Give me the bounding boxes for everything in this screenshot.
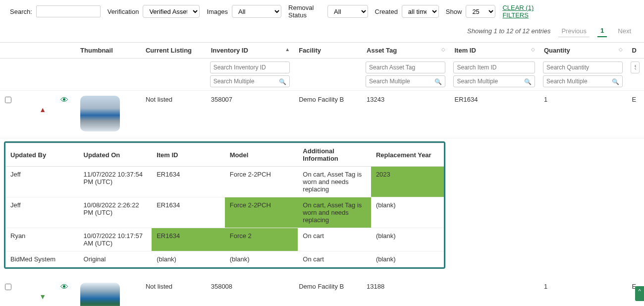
search-row: Search Multiple🔍 Search Multiple🔍 Search… (0, 59, 644, 91)
cell-overflow: E (627, 91, 644, 138)
nested-col-item-id: Item ID (152, 143, 225, 167)
row-checkbox[interactable] (5, 284, 11, 290)
cell-facility: Demo Facility B (294, 278, 362, 306)
nested-col-model: Model (225, 143, 298, 167)
eye-icon[interactable]: 👁 (60, 283, 68, 291)
filter-bar: Search: Verification Verified Assets Ima… (0, 0, 644, 22)
clear-filters-link[interactable]: CLEAR (1) FILTERS (502, 4, 550, 19)
cell-asset-tag: 13243 (362, 91, 449, 138)
col-thumbnail[interactable]: Thumbnail (75, 43, 141, 59)
col-quantity-label: Quantity (544, 47, 570, 54)
pager-next[interactable]: Next (615, 25, 634, 37)
verification-select[interactable]: Verified Assets (143, 5, 200, 18)
history-cell-updated-on: Original (79, 251, 152, 267)
search-item-id-input[interactable] (453, 61, 535, 73)
col-eye (55, 43, 76, 59)
images-select[interactable]: All (232, 5, 281, 18)
nested-col-additional: Additional Information (298, 143, 371, 167)
placeholder-text: Search Multiple (546, 78, 588, 85)
scroll-top-button[interactable]: ^ (635, 286, 644, 301)
cell-inventory-id: 358008 (206, 278, 294, 306)
created-group: Created all time (375, 5, 439, 18)
history-row: BidMed SystemOriginal(blank)(blank)On ca… (5, 251, 444, 267)
history-cell-replacement-year: (blank) (371, 197, 444, 228)
history-cell-model: Force 2 (225, 228, 298, 251)
history-cell-updated-on: 10/07/2022 10:17:57 AM (UTC) (79, 228, 152, 251)
search-input[interactable] (36, 5, 101, 17)
history-cell-additional: On cart, Asset Tag is worn and needs rep… (298, 197, 371, 228)
col-overflow: D (627, 43, 644, 59)
history-cell-updated-by: BidMed System (5, 251, 79, 267)
search-overflow-input[interactable] (631, 61, 640, 73)
col-asset-tag-label: Asset Tag (367, 47, 397, 54)
col-facility[interactable]: Facility (294, 43, 362, 59)
show-group: Show 25 (446, 5, 496, 18)
nested-col-replacement-year: Replacement Year (371, 143, 444, 167)
search-quantity-multiple[interactable]: Search Multiple🔍 (543, 75, 623, 87)
search-icon: 🔍 (434, 78, 442, 85)
col-quantity[interactable]: Quantity◇ (539, 43, 627, 59)
removal-select[interactable]: All (327, 5, 368, 18)
history-cell-item-id: ER1634 (152, 228, 225, 251)
images-group: Images All (207, 5, 281, 18)
collapse-icon[interactable]: ▲ (35, 106, 51, 114)
history-row: Jeff10/08/2022 2:26:22 PM (UTC)ER1634For… (5, 197, 444, 228)
col-inventory-id[interactable]: Inventory ID▲ (206, 43, 294, 59)
history-cell-additional: On cart, Asset Tag is worn and needs rep… (298, 167, 371, 197)
col-item-id[interactable]: Item ID◇ (449, 43, 538, 59)
search-quantity-input[interactable] (543, 61, 623, 73)
created-label: Created (375, 8, 398, 15)
eye-icon[interactable]: 👁 (60, 96, 68, 104)
history-cell-item-id: ER1634 (152, 167, 225, 197)
search-item-id-multiple[interactable]: Search Multiple🔍 (453, 75, 535, 87)
sort-icon: ◇ (441, 47, 445, 52)
nested-col-updated-by: Updated By (5, 143, 79, 167)
placeholder-text: Search Multiple (369, 78, 410, 85)
history-cell-replacement-year: (blank) (371, 251, 444, 267)
thumbnail-image[interactable] (80, 283, 120, 306)
expand-icon[interactable]: ▼ (35, 293, 51, 301)
history-cell-model: Force 2-2PCH (225, 197, 298, 228)
verification-label: Verification (107, 8, 139, 15)
verification-group: Verification Verified Assets (107, 5, 200, 18)
cell-quantity: 1 (539, 278, 627, 306)
col-current-listing[interactable]: Current Listing (141, 43, 206, 59)
search-icon: 🔍 (524, 78, 532, 85)
show-select[interactable]: 25 (466, 5, 495, 18)
history-cell-additional: On cart (298, 228, 371, 251)
history-cell-model: (blank) (225, 251, 298, 267)
col-item-id-label: Item ID (454, 47, 476, 54)
history-panel: Updated By Updated On Item ID Model Addi… (4, 141, 445, 269)
placeholder-text: Search Multiple (214, 78, 255, 85)
search-icon: 🔍 (612, 78, 619, 85)
placeholder-text: Search Multiple (457, 78, 498, 85)
pager-page-1[interactable]: 1 (597, 25, 607, 37)
created-select[interactable]: all time (402, 5, 439, 18)
history-cell-item-id: ER1634 (152, 197, 225, 228)
sort-icon: ◇ (619, 47, 623, 52)
search-inventory-id-input[interactable] (210, 61, 290, 73)
history-row: Jeff11/07/2022 10:37:54 PM (UTC)ER1634Fo… (5, 167, 444, 197)
history-cell-replacement-year: 2023 (371, 167, 444, 197)
history-cell-additional: On cart (298, 251, 371, 267)
col-inventory-id-label: Inventory ID (211, 47, 248, 54)
history-row: Ryan10/07/2022 10:17:57 AM (UTC)ER1634Fo… (5, 228, 444, 251)
col-asset-tag[interactable]: Asset Tag◇ (362, 43, 449, 59)
search-asset-tag-multiple[interactable]: Search Multiple🔍 (366, 75, 445, 87)
pager-previous[interactable]: Previous (558, 25, 590, 37)
col-expand (30, 43, 55, 59)
cell-item-id (449, 278, 538, 306)
removal-group: Removal Status All (288, 4, 368, 19)
search-group: Search: (10, 5, 101, 17)
removal-label: Removal Status (288, 4, 323, 19)
history-cell-updated-on: 11/07/2022 10:37:54 PM (UTC) (79, 167, 152, 197)
search-asset-tag-input[interactable] (366, 61, 445, 73)
search-inventory-id-multiple[interactable]: Search Multiple🔍 (210, 75, 290, 87)
history-table: Updated By Updated On Item ID Model Addi… (5, 143, 444, 267)
thumbnail-image[interactable] (80, 96, 120, 131)
history-cell-updated-on: 10/08/2022 2:26:22 PM (UTC) (79, 197, 152, 228)
show-label: Show (446, 8, 462, 15)
search-icon: 🔍 (279, 78, 286, 85)
row-checkbox[interactable] (5, 97, 11, 103)
history-cell-replacement-year: (blank) (371, 228, 444, 251)
